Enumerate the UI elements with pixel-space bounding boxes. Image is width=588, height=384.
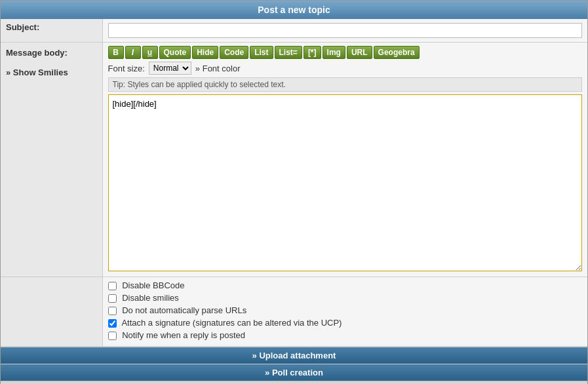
upload-attachment-link[interactable]: » Upload attachment xyxy=(252,351,336,360)
notify-reply-label: Notify me when a reply is posted xyxy=(122,330,245,340)
attach-signature-label: Attach a signature (signatures can be al… xyxy=(121,318,342,328)
tip-bar: Tip: Styles can be applied quickly to se… xyxy=(108,77,583,92)
message-body-label: Message body: xyxy=(6,48,97,58)
poll-creation-link[interactable]: » Poll creation xyxy=(265,368,323,377)
disable-smilies-option[interactable]: Disable smilies xyxy=(108,293,583,303)
geogebra-button[interactable]: Geogebra xyxy=(374,46,420,59)
message-textarea[interactable]: [hide][/hide] xyxy=(108,94,583,271)
subject-input[interactable] xyxy=(108,23,583,38)
no-parse-urls-label: Do not automatically parse URLs xyxy=(122,305,246,315)
special-button[interactable]: [*] xyxy=(304,46,321,59)
show-smilies-link[interactable]: Show Smilies xyxy=(6,67,68,77)
disable-bbcode-checkbox[interactable] xyxy=(108,282,117,290)
hide-button[interactable]: Hide xyxy=(192,46,218,59)
italic-button[interactable]: I xyxy=(125,46,141,59)
bold-button[interactable]: B xyxy=(108,46,124,59)
notify-reply-checkbox[interactable] xyxy=(108,332,117,340)
formatting-toolbar: B I u Quote Hide Code List List= [*] Img… xyxy=(108,46,583,59)
list-button[interactable]: List xyxy=(250,46,273,59)
page-title: Post a new topic xyxy=(1,1,587,19)
code-button[interactable]: Code xyxy=(220,46,248,59)
disable-bbcode-option[interactable]: Disable BBCode xyxy=(108,280,583,290)
no-parse-urls-checkbox[interactable] xyxy=(108,307,117,315)
options-label-cell xyxy=(1,277,102,347)
font-options-row: Font size: Tiny Small Normal Large Huge … xyxy=(108,62,583,75)
underline-button[interactable]: u xyxy=(142,46,158,59)
disable-bbcode-label: Disable BBCode xyxy=(122,280,184,290)
listitem-button[interactable]: List= xyxy=(275,46,302,59)
options-cell: Disable BBCode Disable smilies Do not au… xyxy=(102,277,587,347)
font-size-select[interactable]: Tiny Small Normal Large Huge xyxy=(149,62,191,75)
poll-creation-bar[interactable]: » Poll creation xyxy=(1,364,587,381)
notify-reply-option[interactable]: Notify me when a reply is posted xyxy=(108,330,583,340)
subject-label: Subject: xyxy=(1,19,102,43)
url-button[interactable]: URL xyxy=(347,46,372,59)
quote-button[interactable]: Quote xyxy=(159,46,191,59)
attach-signature-option[interactable]: Attach a signature (signatures can be al… xyxy=(108,318,583,328)
font-color-link[interactable]: » Font color xyxy=(195,64,241,73)
upload-attachment-bar[interactable]: » Upload attachment xyxy=(1,347,587,364)
img-button[interactable]: Img xyxy=(323,46,345,59)
disable-smilies-label: Disable smilies xyxy=(122,293,179,303)
disable-smilies-checkbox[interactable] xyxy=(108,294,117,303)
bottom-buttons-bar: Preview Submit Cancel xyxy=(1,381,587,384)
attach-signature-checkbox[interactable] xyxy=(108,319,117,328)
no-parse-urls-option[interactable]: Do not automatically parse URLs xyxy=(108,305,583,315)
font-size-label: Font size: xyxy=(108,64,145,73)
